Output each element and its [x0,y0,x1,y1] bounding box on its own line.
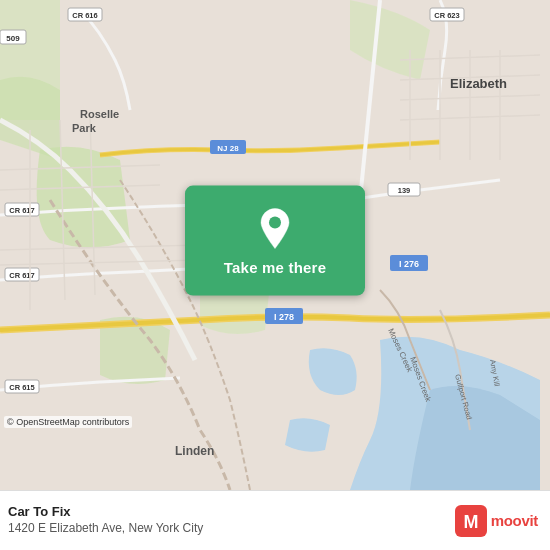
moovit-logo: M moovit [455,505,538,537]
svg-text:Linden: Linden [175,444,214,458]
svg-text:Elizabeth: Elizabeth [450,76,507,91]
location-pin-icon [257,206,293,250]
take-me-there-label: Take me there [224,258,326,275]
svg-text:I 278: I 278 [274,312,294,322]
moovit-text: moovit [491,512,538,529]
svg-text:139: 139 [398,186,411,195]
svg-text:CR 623: CR 623 [434,11,459,20]
svg-text:I 276: I 276 [399,259,419,269]
moovit-icon: M [455,505,487,537]
svg-text:Park: Park [72,122,97,134]
svg-text:Roselle: Roselle [80,108,119,120]
bottom-bar: Car To Fix 1420 E Elizabeth Ave, New Yor… [0,490,550,550]
take-me-there-button[interactable]: Take me there [185,186,365,296]
svg-text:509: 509 [6,34,20,43]
svg-text:CR 616: CR 616 [72,11,97,20]
location-name: Car To Fix [8,504,203,521]
location-address: 1420 E Elizabeth Ave, New York City [8,521,203,537]
location-info: Car To Fix 1420 E Elizabeth Ave, New Yor… [8,504,203,536]
svg-text:M: M [463,512,478,532]
svg-text:CR 617: CR 617 [9,206,34,215]
map-container: I 278 NJ 28 CR 617 CR 617 CR 616 CR 623 … [0,0,550,490]
svg-text:CR 617: CR 617 [9,271,34,280]
svg-text:NJ 28: NJ 28 [217,144,239,153]
svg-point-45 [269,216,281,228]
svg-text:CR 615: CR 615 [9,383,34,392]
osm-attribution: © OpenStreetMap contributors [4,416,132,428]
